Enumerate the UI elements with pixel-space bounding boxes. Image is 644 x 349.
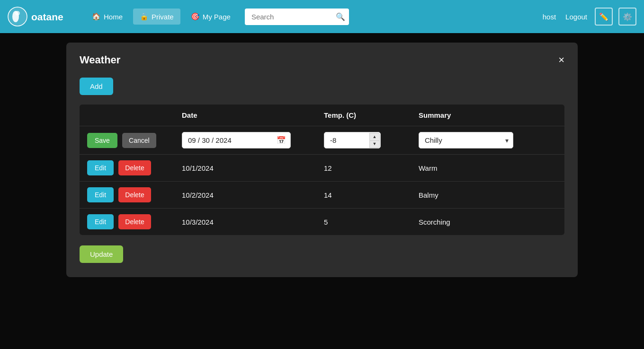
nav-right: host Logout ✏️ ⚙️ <box>541 8 636 26</box>
temp-down-button[interactable]: ▼ <box>369 140 380 148</box>
temp-input-wrapper: ▲ ▼ <box>324 132 381 148</box>
svg-text:oatane: oatane <box>31 11 63 22</box>
weather-modal: Weather × Add Date Temp. (C) Summary Sav… <box>66 43 578 277</box>
row3-actions: Edit Delete <box>80 209 174 236</box>
col-date: Date <box>174 105 316 126</box>
nav-mypage[interactable]: 🎯 My Page <box>184 9 237 25</box>
edit-row1-button[interactable]: Edit <box>87 160 114 175</box>
row2-date: 10/2/2024 <box>174 182 316 209</box>
search-bar: 🔍 <box>245 9 349 25</box>
nav-home[interactable]: 🏠 Home <box>85 9 129 25</box>
svg-point-2 <box>15 11 20 16</box>
edit-row-temp: ▲ ▼ <box>316 126 411 155</box>
date-input-wrapper: 📅 <box>182 132 291 148</box>
save-button[interactable]: Save <box>87 133 117 148</box>
table-row: Edit Delete 10/2/2024 14 Balmy <box>80 182 564 209</box>
logout-button[interactable]: Logout <box>564 9 589 25</box>
modal-header: Weather × <box>80 54 564 66</box>
summary-select-wrapper: Chilly Warm Balmy Scorching Cold Hot ▾ <box>419 132 513 148</box>
logo-text: oatane <box>31 9 74 24</box>
private-label: Private <box>152 13 174 21</box>
delete-row1-button[interactable]: Delete <box>118 160 151 175</box>
settings-icon-button[interactable]: ⚙️ <box>618 8 636 26</box>
edit-row2-button[interactable]: Edit <box>87 187 114 202</box>
delete-row2-button[interactable]: Delete <box>118 187 151 202</box>
row3-temp: 5 <box>316 209 411 236</box>
edit-row-date: 📅 <box>174 126 316 155</box>
navbar: oatane 🏠 Home 🔒 Private 🎯 My Page 🔍 host… <box>0 0 644 33</box>
logo-area: oatane <box>8 7 74 26</box>
table-row: Edit Delete 10/1/2024 12 Warm <box>80 155 564 182</box>
row2-actions: Edit Delete <box>80 182 174 209</box>
summary-select[interactable]: Chilly Warm Balmy Scorching Cold Hot <box>419 132 513 148</box>
weather-table: Date Temp. (C) Summary Save Cancel 📅 <box>80 105 564 235</box>
add-button[interactable]: Add <box>80 78 113 95</box>
date-input[interactable] <box>182 132 291 148</box>
mypage-label: My Page <box>203 13 231 21</box>
modal-close-button[interactable]: × <box>558 55 564 65</box>
table-row: Edit Delete 10/3/2024 5 Scorching <box>80 209 564 236</box>
table-header: Date Temp. (C) Summary <box>80 105 564 126</box>
search-icon: 🔍 <box>336 12 345 21</box>
home-icon: 🏠 <box>92 12 101 21</box>
row3-date: 10/3/2024 <box>174 209 316 236</box>
search-input[interactable] <box>251 13 332 21</box>
row1-summary: Warm <box>411 155 564 182</box>
row1-actions: Edit Delete <box>80 155 174 182</box>
modal-title: Weather <box>80 54 120 66</box>
logo-icon <box>8 7 27 26</box>
col-actions <box>80 105 174 126</box>
row2-temp: 14 <box>316 182 411 209</box>
col-summary: Summary <box>411 105 564 126</box>
delete-row3-button[interactable]: Delete <box>118 214 151 229</box>
spinner-buttons: ▲ ▼ <box>369 133 380 148</box>
host-label: host <box>541 9 558 25</box>
row3-summary: Scorching <box>411 209 564 236</box>
row1-temp: 12 <box>316 155 411 182</box>
cancel-button[interactable]: Cancel <box>122 133 156 148</box>
nav-private[interactable]: 🔒 Private <box>133 9 180 25</box>
home-label: Home <box>104 13 123 21</box>
col-temp: Temp. (C) <box>316 105 411 126</box>
target-icon: 🎯 <box>191 12 200 21</box>
edit-icon-button[interactable]: ✏️ <box>595 8 613 26</box>
row2-summary: Balmy <box>411 182 564 209</box>
table-body: Save Cancel 📅 ▲ <box>80 126 564 236</box>
table-row-editing: Save Cancel 📅 ▲ <box>80 126 564 155</box>
edit-row-summary: Chilly Warm Balmy Scorching Cold Hot ▾ <box>411 126 564 155</box>
lock-icon: 🔒 <box>140 12 149 21</box>
temp-up-button[interactable]: ▲ <box>369 133 380 140</box>
update-button[interactable]: Update <box>80 245 123 263</box>
edit-row3-button[interactable]: Edit <box>87 214 114 229</box>
row1-date: 10/1/2024 <box>174 155 316 182</box>
modal-overlay: Weather × Add Date Temp. (C) Summary Sav… <box>0 33 644 349</box>
edit-row-actions: Save Cancel <box>80 126 174 155</box>
